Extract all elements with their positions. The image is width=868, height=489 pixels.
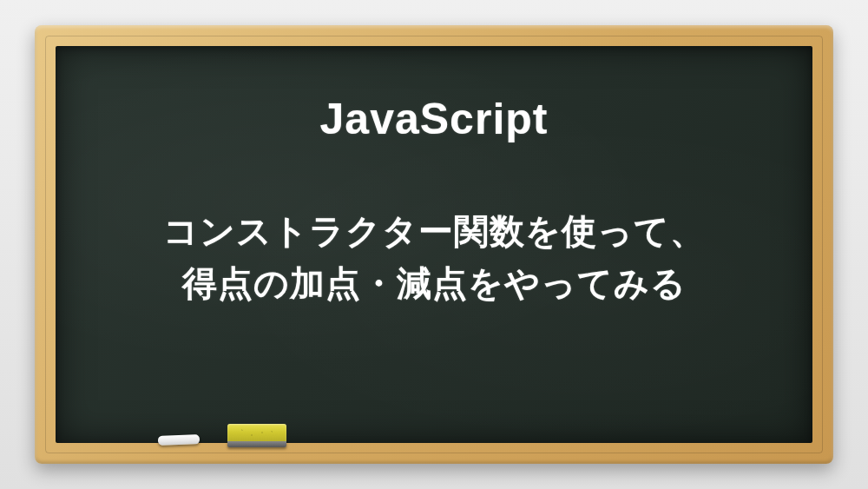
- chalkboard-frame: JavaScript コンストラクター関数を使って、 得点の加点・減点をやってみ…: [35, 25, 833, 464]
- eraser-icon: [227, 424, 286, 446]
- chalk-icon: [158, 434, 200, 446]
- chalk-ledge: [56, 439, 812, 446]
- subtitle-text: コンストラクター関数を使って、 得点の加点・減点をやってみる: [163, 205, 706, 309]
- title-text: JavaScript: [320, 94, 549, 144]
- subtitle-line-2: 得点の加点・減点をやってみる: [182, 264, 687, 302]
- chalkboard: JavaScript コンストラクター関数を使って、 得点の加点・減点をやってみ…: [56, 46, 812, 443]
- subtitle-line-1: コンストラクター関数を使って、: [163, 212, 706, 250]
